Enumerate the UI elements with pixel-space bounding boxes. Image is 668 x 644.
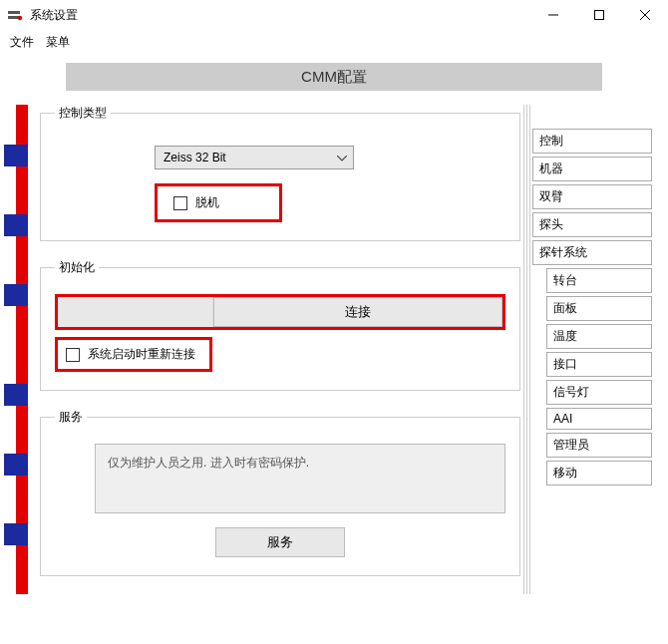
content: CMM配置 控制类型 Zeiss 32 Bit — [0, 63, 668, 594]
page-stack-border — [526, 105, 527, 594]
service-hint: 仅为维护人员之用. 进入时有密码保护. — [95, 444, 505, 513]
side-tab-move[interactable]: 移动 — [546, 461, 652, 485]
menu-menu[interactable]: 菜单 — [46, 34, 70, 51]
close-button[interactable] — [622, 0, 668, 30]
menubar: 文件 菜单 — [0, 30, 668, 59]
connect-spacer — [58, 297, 213, 327]
init-group: 初始化 连接 系统启动时重新连接 — [40, 259, 520, 391]
control-type-group: 控制类型 Zeiss 32 Bit 脱机 — [40, 105, 520, 241]
svg-rect-4 — [595, 11, 604, 20]
reconnect-highlight: 系统启动时重新连接 — [55, 337, 212, 372]
accent-tab — [4, 284, 28, 306]
app-icon — [8, 9, 24, 21]
control-type-legend: 控制类型 — [55, 105, 111, 122]
reconnect-label: 系统启动时重新连接 — [88, 346, 195, 363]
side-tab-probe-system[interactable]: 探针系统 — [532, 240, 652, 265]
accent-tab — [4, 384, 28, 406]
connect-highlight: 连接 — [55, 294, 505, 330]
window-title: 系统设置 — [30, 7, 530, 24]
main-layout: 控制类型 Zeiss 32 Bit 脱机 初始化 连接 — [16, 105, 652, 594]
offline-checkbox[interactable] — [173, 196, 187, 210]
side-tab-signal[interactable]: 信号灯 — [546, 380, 652, 405]
maximize-button[interactable] — [576, 0, 622, 30]
section-header-label: CMM配置 — [301, 68, 367, 87]
offline-label: 脱机 — [195, 194, 219, 211]
side-tab-interface[interactable]: 接口 — [546, 352, 652, 377]
accent-tab — [4, 145, 28, 166]
side-tab-admin[interactable]: 管理员 — [546, 433, 652, 458]
connect-button-label: 连接 — [345, 303, 371, 321]
side-tab-machine[interactable]: 机器 — [532, 157, 652, 181]
section-header: CMM配置 — [66, 63, 602, 91]
service-button-label: 服务 — [267, 533, 293, 551]
svg-point-2 — [18, 16, 22, 20]
side-tab-probe[interactable]: 探头 — [532, 212, 652, 237]
dropdown-value: Zeiss 32 Bit — [164, 151, 226, 164]
side-tab-rotary[interactable]: 转台 — [546, 268, 652, 293]
minimize-button[interactable] — [530, 0, 576, 30]
menu-file[interactable]: 文件 — [10, 34, 34, 51]
page-stack-border — [529, 105, 530, 594]
accent-tab — [4, 454, 28, 476]
control-type-dropdown[interactable]: Zeiss 32 Bit — [155, 146, 354, 169]
page-stack-border — [523, 105, 524, 594]
left-accent-bar — [16, 105, 28, 594]
accent-tab — [4, 523, 28, 545]
connect-button[interactable]: 连接 — [213, 297, 502, 327]
panel-area: 控制类型 Zeiss 32 Bit 脱机 初始化 连接 — [28, 105, 532, 594]
accent-tab — [4, 214, 28, 236]
titlebar: 系统设置 — [0, 0, 668, 30]
init-legend: 初始化 — [55, 259, 99, 276]
offline-checkbox-row[interactable]: 脱机 — [173, 194, 219, 211]
chevron-down-icon — [337, 151, 347, 164]
service-legend: 服务 — [55, 409, 87, 426]
side-tab-aai[interactable]: AAI — [546, 408, 652, 430]
side-tab-control[interactable]: 控制 — [532, 129, 652, 154]
side-tabs: 控制 机器 双臂 探头 探针系统 转台 面板 温度 接口 信号灯 AAI 管理员… — [532, 105, 652, 594]
service-button[interactable]: 服务 — [215, 527, 345, 557]
service-group: 服务 仅为维护人员之用. 进入时有密码保护. 服务 — [40, 409, 520, 576]
side-tab-temperature[interactable]: 温度 — [546, 324, 652, 349]
reconnect-checkbox-row[interactable]: 系统启动时重新连接 — [66, 346, 195, 363]
svg-rect-0 — [8, 11, 20, 14]
offline-highlight: 脱机 — [155, 183, 282, 222]
side-tab-dual-arm[interactable]: 双臂 — [532, 184, 652, 209]
reconnect-checkbox[interactable] — [66, 348, 80, 362]
side-tab-panel[interactable]: 面板 — [546, 296, 652, 321]
